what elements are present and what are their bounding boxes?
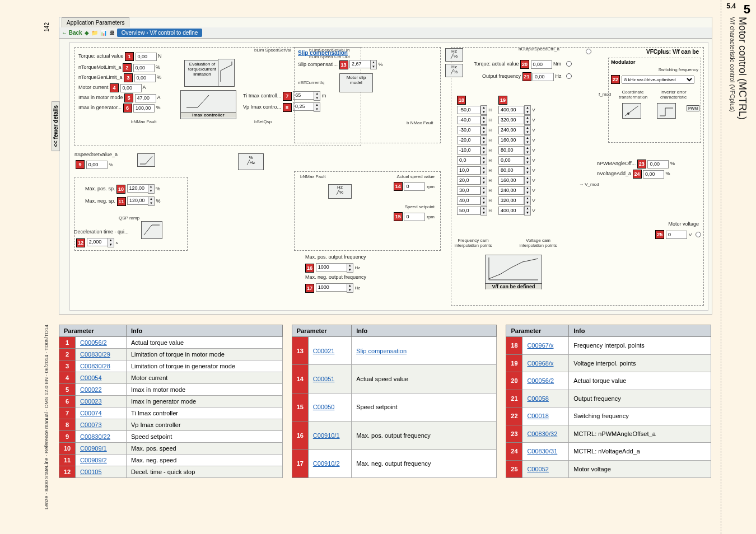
param-code-link[interactable]: C00018	[527, 413, 549, 419]
field[interactable]: 2,67	[349, 60, 370, 68]
nav-bar: ← Back ◆ 📁 📊 🖶 Overview › V/f control to…	[59, 27, 712, 39]
param-code-link[interactable]: C00968/x	[527, 360, 553, 367]
volt-point-row[interactable]: 80,00▲▼ V	[498, 166, 535, 175]
param-code-link[interactable]: C00830/32	[527, 430, 557, 437]
cell-info: Max. neg. speed	[127, 455, 283, 466]
row-badge: 2	[59, 349, 76, 360]
eval-caption: Evaluation of torque/current limitation	[188, 62, 216, 77]
badge-7: 7	[283, 92, 292, 101]
param-code-link[interactable]: C00021	[313, 348, 335, 354]
field[interactable]: 2,000	[87, 238, 108, 246]
param-code-link[interactable]: C00830/31	[527, 448, 557, 455]
param-code-link[interactable]: C00830/28	[80, 363, 110, 369]
freq-point-row[interactable]: -50,0▲▼ H	[457, 105, 492, 115]
param-code-link[interactable]: C00910/2	[313, 460, 340, 467]
table-row: 6C00023Imax in generator mode	[59, 396, 283, 407]
volt-point-row[interactable]: 320,00▲▼ V	[498, 196, 535, 205]
param-code-link[interactable]: C00073	[80, 421, 102, 428]
volt-point-row[interactable]: 160,00▲▼ V	[498, 135, 535, 145]
field[interactable]: 1000	[316, 283, 347, 292]
nav-print-icon[interactable]: 🖶	[109, 30, 115, 36]
row-motor-current: Motor current 4 0,00 A	[78, 83, 146, 92]
select-switching-freq[interactable]: 8 kHz var./drive-optimised	[622, 76, 694, 84]
field[interactable]: 120,00	[127, 196, 148, 205]
modulator-group: Modulator Switching frequency 22 8 kHz v…	[608, 58, 701, 143]
volt-point-row[interactable]: 80,00▲▼ V	[498, 146, 535, 155]
table-row: 4C00054Motor current	[59, 372, 283, 384]
volt-point-row[interactable]: 160,00▲▼ V	[498, 176, 535, 185]
freq-point-row[interactable]: -20,0▲▼ H	[457, 135, 492, 145]
spinner-max-pos-out-freq[interactable]: 1000 ▲▼	[316, 263, 353, 273]
freq-point-row[interactable]: 50,0▲▼ H	[457, 206, 492, 216]
table-row: 20C00056/2Actual torque value	[506, 372, 711, 390]
freq-point-row[interactable]: -40,0▲▼ H	[457, 115, 492, 125]
breadcrumb[interactable]: Overview › V/f control to define	[117, 29, 203, 37]
spinner-max-neg-out-freq[interactable]: 1000 ▲▼	[316, 283, 353, 293]
nav-chart-icon[interactable]: 📊	[100, 30, 107, 36]
field[interactable]: 120,00	[127, 184, 148, 193]
freq-point-row[interactable]: 20,0▲▼ H	[457, 176, 492, 185]
row-switching-freq: 22 8 kHz var./drive-optimised	[611, 75, 694, 84]
spinner-max-pos-sp[interactable]: 120,00 ▲▼	[127, 184, 155, 194]
field[interactable]: 1000	[316, 263, 347, 271]
unit: %	[670, 161, 675, 166]
cell-info: MCTRL: nVoltageAdd_a	[569, 443, 711, 461]
nav-folder-icon[interactable]: 📁	[91, 30, 98, 36]
param-code-link[interactable]: C00022	[80, 386, 102, 393]
spinner-max-neg-sp[interactable]: 120,00 ▲▼	[127, 196, 155, 206]
param-code-link[interactable]: C00909/1	[80, 445, 107, 452]
back-button[interactable]: ← Back	[62, 30, 82, 36]
row-badge: 5	[59, 384, 76, 396]
table-row: 10C00909/1Max. pos. speed	[59, 443, 283, 455]
badge-2: 2	[123, 63, 132, 72]
spinner-slip-comp[interactable]: 2,67 ▲▼	[349, 60, 377, 69]
freq-point-row[interactable]: 10,0▲▼ H	[457, 166, 492, 175]
fewer-details-toggle[interactable]: << fewer details	[52, 101, 60, 151]
slip-comp-title[interactable]: Slip compensation	[298, 50, 348, 56]
nav-prev-icon[interactable]: ◆	[85, 30, 89, 36]
spinner-decel-time[interactable]: 2,000 ▲▼	[87, 238, 114, 247]
freq-point-row[interactable]: 40,0▲▼ H	[457, 196, 492, 205]
volt-point-row[interactable]: 240,00▲▼ V	[498, 125, 535, 135]
param-code-link[interactable]: C00050	[313, 404, 335, 410]
cell-info: Speed setpoint	[352, 393, 497, 421]
port-blimspeedsetval: bLim SpeedSetVal	[254, 48, 291, 53]
badge-11: 11	[117, 197, 126, 206]
param-code-link[interactable]: C00023	[80, 398, 102, 405]
param-code-link[interactable]: C00967/x	[527, 342, 553, 349]
volt-point-row[interactable]: 240,00▲▼ V	[498, 186, 535, 195]
volt-point-row[interactable]: 320,00▲▼ V	[498, 115, 535, 125]
param-code-link[interactable]: C00830/29	[80, 351, 110, 358]
param-code-link[interactable]: C00054	[80, 374, 102, 381]
param-code-link[interactable]: C00056/2	[527, 377, 554, 384]
row-badge: 20	[506, 372, 522, 390]
unit: %	[156, 198, 161, 204]
param-code-link[interactable]: C00910/1	[313, 432, 340, 439]
volt-point-row[interactable]: 400,00▲▼ V	[498, 206, 535, 216]
freq-point-row[interactable]: 0,0▲▼ H	[457, 156, 492, 165]
node-output-speed	[586, 49, 591, 54]
tab-application-parameters[interactable]: Application Parameters	[62, 17, 129, 27]
volt-point-row[interactable]: 0,00▲▼ V	[498, 156, 535, 165]
param-code-link[interactable]: C00830/22	[80, 433, 110, 440]
param-code-link[interactable]: C00909/2	[80, 457, 107, 463]
row-badge: 13	[292, 337, 308, 365]
info-link[interactable]: Slip compensation	[356, 348, 407, 354]
param-code-link[interactable]: C00056/2	[80, 339, 107, 346]
param-code-link[interactable]: C00058	[527, 395, 549, 402]
freq-point-row[interactable]: 30,0▲▼ H	[457, 186, 492, 195]
cell-code: C00967/x	[522, 337, 569, 355]
param-code-link[interactable]: C00105	[80, 469, 102, 475]
param-code-link[interactable]: C00051	[313, 376, 335, 382]
row-badge: 24	[506, 443, 522, 461]
freq-point-row[interactable]: -30,0▲▼ H	[457, 125, 492, 135]
cell-info: Actual torque value	[127, 337, 283, 349]
th-parameter: Parameter	[292, 325, 351, 337]
param-code-link[interactable]: C00052	[527, 466, 549, 472]
param-code-link[interactable]: C00074	[80, 410, 102, 416]
table-row: 25C00052Motor voltage	[506, 460, 711, 478]
volt-point-row[interactable]: 400,00▲▼ V	[498, 105, 535, 115]
cell-code: C00909/1	[76, 443, 127, 455]
freq-point-row[interactable]: -10,0▲▼ H	[457, 146, 492, 155]
interp-table: 18-50,0▲▼ H-40,0▲▼ H-30,0▲▼ H-20,0▲▼ H-1…	[457, 96, 535, 216]
